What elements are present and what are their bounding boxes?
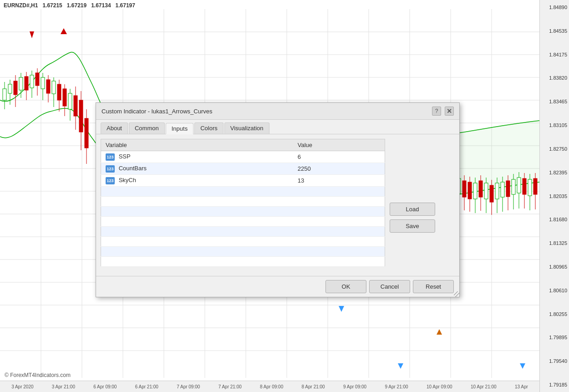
- svg-rect-58: [79, 100, 83, 132]
- indicator-dialog: Custom Indicator - lukas1_Arrows_Curves …: [96, 102, 460, 297]
- svg-rect-128: [473, 183, 477, 199]
- svg-rect-148: [528, 179, 532, 196]
- dialog-tabs: About Common Inputs Colors Visualization: [96, 120, 459, 134]
- reset-button[interactable]: Reset: [413, 280, 454, 293]
- empty-row: [101, 237, 385, 247]
- price-tick: 1.83105: [542, 122, 567, 128]
- svg-rect-132: [484, 183, 488, 199]
- svg-rect-54: [68, 93, 72, 109]
- time-label: 6 Apr 09:00: [93, 384, 117, 389]
- svg-rect-134: [490, 185, 493, 202]
- time-axis: 3 Apr 2020 3 Apr 21:00 6 Apr 09:00 6 Apr…: [0, 381, 539, 392]
- price-tick: 1.79540: [542, 358, 567, 364]
- variable-cell: 123 CountBars: [101, 163, 293, 175]
- time-label: 3 Apr 21:00: [52, 384, 75, 389]
- dialog-footer: OK Cancel Reset: [96, 276, 459, 297]
- svg-rect-41: [36, 73, 39, 86]
- table-row[interactable]: 123 CountBars 2250: [101, 163, 385, 175]
- ok-button[interactable]: OK: [325, 280, 366, 293]
- dialog-controls: ? ✕: [432, 107, 454, 116]
- time-label: 8 Apr 09:00: [260, 384, 283, 389]
- svg-rect-43: [41, 77, 45, 89]
- svg-rect-47: [52, 81, 56, 94]
- svg-rect-146: [523, 178, 526, 194]
- inputs-panel: Variable Value 123 SSP 6 123: [101, 139, 385, 271]
- price-tick: 1.79185: [542, 382, 567, 387]
- svg-marker-151: [398, 363, 403, 369]
- svg-rect-144: [517, 178, 521, 193]
- variable-type-icon: 123: [106, 177, 115, 184]
- empty-row: [101, 187, 385, 197]
- svg-rect-150: [533, 178, 537, 194]
- price-tick: 1.81325: [542, 240, 567, 246]
- price-tick: 1.79895: [542, 335, 567, 340]
- empty-row: [101, 217, 385, 227]
- svg-rect-39: [30, 75, 34, 88]
- time-label: 9 Apr 09:00: [343, 384, 366, 389]
- price-tick: 1.84890: [542, 5, 567, 10]
- svg-rect-124: [462, 181, 466, 197]
- tab-common[interactable]: Common: [129, 122, 165, 134]
- watermark: © ForexMT4Indicators.com: [5, 372, 71, 378]
- svg-marker-78: [339, 306, 344, 312]
- svg-rect-56: [74, 96, 77, 116]
- empty-row: [101, 197, 385, 207]
- price-tick: 1.80610: [542, 288, 567, 293]
- svg-marker-37: [30, 31, 34, 38]
- svg-rect-142: [512, 179, 515, 194]
- svg-rect-50: [57, 84, 61, 100]
- svg-rect-126: [468, 182, 472, 199]
- variable-name: SkyCh: [119, 177, 136, 183]
- table-row[interactable]: 123 SSP 6: [101, 151, 385, 163]
- price-tick: 1.83465: [542, 99, 567, 104]
- time-label: 13 Apr: [515, 384, 528, 389]
- close-button[interactable]: ✕: [445, 107, 454, 116]
- value-cell[interactable]: 6: [293, 151, 385, 163]
- svg-marker-153: [437, 329, 442, 335]
- svg-rect-45: [46, 80, 50, 93]
- col-value-header: Value: [293, 139, 385, 151]
- price-tick: 1.84535: [542, 28, 567, 34]
- empty-row: [101, 207, 385, 217]
- time-label: 8 Apr 21:00: [302, 384, 325, 389]
- value-cell[interactable]: 2250: [293, 163, 385, 175]
- svg-marker-48: [61, 28, 67, 34]
- side-buttons: Load Save: [390, 139, 435, 271]
- svg-rect-28: [3, 89, 6, 100]
- price-tick: 1.82035: [542, 193, 567, 199]
- variable-name: SSP: [119, 153, 131, 160]
- dialog-body: Variable Value 123 SSP 6 123: [96, 134, 459, 276]
- time-label: 9 Apr 21:00: [385, 384, 408, 389]
- svg-rect-30: [8, 84, 12, 93]
- empty-row: [101, 247, 385, 257]
- help-button[interactable]: ?: [432, 107, 441, 116]
- svg-rect-130: [479, 181, 483, 197]
- dialog-titlebar: Custom Indicator - lukas1_Arrows_Curves …: [96, 103, 459, 120]
- tab-colors[interactable]: Colors: [194, 122, 224, 134]
- svg-rect-60: [85, 118, 88, 148]
- variable-cell: 123 SSP: [101, 151, 293, 163]
- time-label: 10 Apr 09:00: [427, 384, 452, 389]
- cancel-button[interactable]: Cancel: [369, 280, 410, 293]
- value-cell[interactable]: 13: [293, 175, 385, 187]
- svg-marker-152: [520, 363, 525, 369]
- time-label: 3 Apr 2020: [11, 384, 33, 389]
- resize-handle[interactable]: [454, 291, 459, 297]
- load-button[interactable]: Load: [390, 203, 435, 216]
- variable-type-icon: 123: [106, 153, 115, 161]
- tab-visualization[interactable]: Visualization: [224, 122, 269, 134]
- time-label: 7 Apr 21:00: [218, 384, 242, 389]
- time-label: 10 Apr 21:00: [471, 384, 497, 389]
- inputs-table: Variable Value 123 SSP 6 123: [101, 139, 385, 267]
- save-button[interactable]: Save: [390, 219, 435, 233]
- price-axis: 1.84890 1.84535 1.84175 1.83820 1.83465 …: [539, 0, 569, 392]
- price-tick: 1.84175: [542, 52, 567, 57]
- empty-row: [101, 257, 385, 267]
- svg-rect-52: [63, 89, 66, 106]
- variable-type-icon: 123: [106, 165, 115, 173]
- time-label: 7 Apr 09:00: [177, 384, 200, 389]
- svg-rect-138: [501, 182, 504, 197]
- tab-inputs[interactable]: Inputs: [166, 123, 193, 134]
- table-row[interactable]: 123 SkyCh 13: [101, 175, 385, 187]
- tab-about[interactable]: About: [101, 122, 128, 134]
